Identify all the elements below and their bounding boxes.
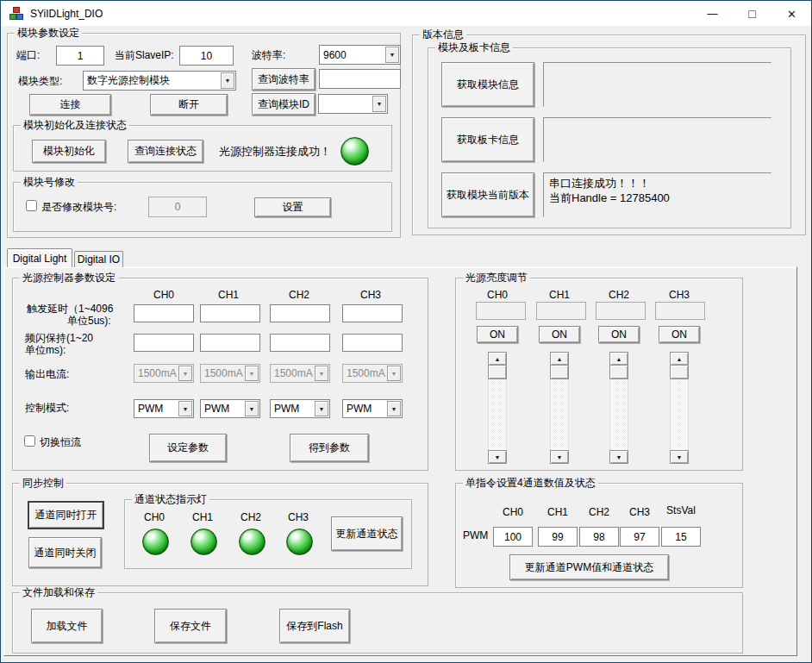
current-ch1-select[interactable]: 1500mA ▼ [200,364,260,383]
cmd-ch0-header: CH0 [494,506,532,518]
brightness-ch2-input[interactable] [596,302,646,320]
module-type-label: 模块类型: [18,75,62,87]
module-type-select[interactable]: 数字光源控制模块 ▼ [83,71,236,91]
pwm-ch3-input[interactable] [620,527,659,547]
brightness-ch3-slider[interactable]: ▲ ▼ [670,352,689,464]
update-channel-status-button[interactable]: 更新通道状态 [331,516,403,551]
strobe-hold-ch1-input[interactable] [200,334,260,352]
on-ch1-button[interactable]: ON [539,326,580,343]
strobe-hold-ch2-input[interactable] [270,334,330,352]
channel-indicator-group: 通道状态指示灯 CH0 CH1 CH2 CH3 更新通道状态 [124,499,412,569]
arrow-up-icon[interactable]: ▲ [550,352,569,366]
strobe-hold-ch3-input[interactable] [342,334,403,352]
brightness-ch2-slider[interactable]: ▲ ▼ [609,352,628,464]
current-ch2-select[interactable]: 1500mA ▼ [270,364,330,383]
arrow-up-icon[interactable]: ▲ [488,352,507,366]
arrow-up-icon[interactable]: ▲ [670,352,689,366]
maximize-icon[interactable]: □ [733,2,771,26]
slider-thumb[interactable] [488,366,507,379]
close-icon[interactable]: ✕ [772,2,811,26]
set-params-button[interactable]: 设定参数 [149,434,227,462]
slider-thumb[interactable] [609,366,628,379]
current-ch3-value: 1500mA [343,365,386,382]
load-file-button[interactable]: 加载文件 [31,609,103,643]
arrow-down-icon[interactable]: ▼ [670,450,689,464]
brightness-legend: 光源亮度调节 [463,272,530,285]
save-to-flash-button[interactable]: 保存到Flash [279,609,350,643]
slider-thumb[interactable] [550,366,569,379]
brightness-ch3-input[interactable] [655,302,705,320]
slider-track[interactable] [550,379,569,450]
mode-ch3-select[interactable]: PWM ▼ [342,399,403,418]
brightness-ch0-input[interactable] [476,302,526,320]
update-pwm-status-button[interactable]: 更新通道PWM值和通道状态 [509,554,669,580]
module-id-input[interactable] [148,197,207,217]
module-id-select[interactable]: ▼ [318,94,388,114]
pwm-ch0-input[interactable] [493,527,533,547]
brightness-ch1-header: CH1 [542,289,577,301]
strobe-hold-ch0-input[interactable] [134,334,194,352]
slider-track[interactable] [609,379,628,450]
trigger-delay-ch3-input[interactable] [342,304,403,322]
mode-ch2-select[interactable]: PWM ▼ [270,399,330,418]
arrow-down-icon[interactable]: ▼ [550,450,569,464]
module-type-select-value: 数字光源控制模块 [84,72,220,90]
open-all-channels-button[interactable]: 通道同时打开 [28,501,104,529]
arrow-down-icon[interactable]: ▼ [488,450,507,464]
mode-ch1-select[interactable]: PWM ▼ [200,399,260,418]
get-module-info-button[interactable]: 获取模块信息 [441,62,534,107]
minimize-icon[interactable]: — [693,2,732,26]
connect-button[interactable]: 连接 [29,94,111,116]
slider-track[interactable] [488,379,507,450]
on-ch0-button[interactable]: ON [477,326,518,343]
trigger-delay-ch1-input[interactable] [200,304,260,322]
query-baud-button[interactable]: 查询波特率 [252,68,315,91]
tab-digital-light[interactable]: Digital Light [7,248,72,267]
module-init-button[interactable]: 模块初始化 [32,140,106,163]
on-ch2-button[interactable]: ON [598,326,640,343]
ch0-status-led [142,529,169,555]
pwm-ch2-input[interactable] [579,527,619,547]
arrow-up-icon[interactable]: ▲ [609,352,628,366]
arrow-down-icon[interactable]: ▼ [609,450,628,464]
pwm-ch1-input[interactable] [538,527,578,547]
file-group-legend: 文件加载和保存 [20,586,97,599]
get-params-button[interactable]: 得到参数 [290,434,369,462]
slider-track[interactable] [670,379,689,450]
get-board-info-button[interactable]: 获取板卡信息 [441,117,534,162]
query-status-button[interactable]: 查询连接状态 [128,140,203,163]
query-baud-result-input[interactable] [319,69,401,89]
slider-thumb[interactable] [670,366,689,379]
slave-ip-input[interactable] [179,46,234,66]
cmd-stsval-header: StsVal [662,504,700,516]
brightness-ch1-input[interactable] [536,302,586,320]
brightness-ch1-slider[interactable]: ▲ ▼ [550,352,569,464]
brightness-ch0-slider[interactable]: ▲ ▼ [488,352,507,464]
close-all-channels-button[interactable]: 通道同时关闭 [28,537,102,568]
connection-status-text: 光源控制器连接成功！ [219,146,331,158]
current-ch0-select[interactable]: 1500mA ▼ [134,364,194,383]
tab-digital-io[interactable]: Digital IO [74,251,123,267]
query-module-id-button[interactable]: 查询模块ID [252,93,315,116]
baud-select[interactable]: 9600 ▼ [319,45,401,65]
set-module-id-button[interactable]: 设置 [254,197,331,217]
switch-cc-checkbox[interactable] [24,435,35,447]
port-input[interactable] [56,46,104,66]
version-box: 串口连接成功！！！ 当前Handle = 12785400 [543,172,771,217]
cmd-ch1-header: CH1 [539,506,577,518]
connection-status-led [340,137,369,166]
module-params-legend: 模块参数设定 [15,27,82,40]
brightness-ch2-header: CH2 [602,289,636,301]
current-ch3-select[interactable]: 1500mA ▼ [342,364,403,383]
disconnect-button[interactable]: 断开 [150,94,228,116]
current-ch1-value: 1500mA [201,365,244,382]
mode-ch0-select[interactable]: PWM ▼ [134,399,194,418]
trigger-delay-ch2-input[interactable] [270,304,330,322]
ch3-status-led [286,529,313,555]
save-file-button[interactable]: 保存文件 [154,609,227,643]
modify-module-id-checkbox[interactable] [26,200,37,211]
on-ch3-button[interactable]: ON [659,326,700,343]
trigger-delay-ch0-input[interactable] [134,304,194,322]
stsval-input[interactable] [661,527,701,547]
get-version-button[interactable]: 获取模块当前版本 [441,172,534,217]
